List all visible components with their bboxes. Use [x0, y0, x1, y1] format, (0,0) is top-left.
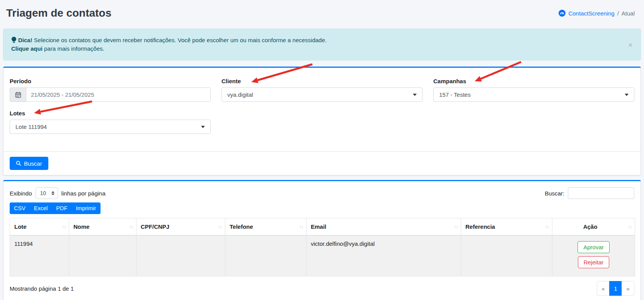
- table-card-body: Exibindo 10 linhas por página Buscar: CS…: [3, 181, 641, 300]
- breadcrumb: ContactScreening / Atual: [559, 10, 635, 17]
- sort-icon[interactable]: ↑↓: [129, 224, 133, 230]
- csv-button[interactable]: CSV: [10, 202, 30, 214]
- campanhas-field: Campanhas 157 - Testes: [433, 78, 634, 102]
- buscar-button-label: Buscar: [24, 160, 42, 167]
- table-card: Exibindo 10 linhas por página Buscar: CS…: [3, 180, 641, 300]
- breadcrumb-app-link[interactable]: ContactScreening: [568, 10, 614, 17]
- column-header-referencia[interactable]: Referencia ↑↓: [461, 218, 552, 236]
- sort-icon[interactable]: ↑↓: [454, 224, 458, 230]
- cell-lote: 111994: [10, 235, 69, 276]
- cliente-field: Cliente vya.digital: [221, 78, 423, 102]
- info-alert: Dica! Selecione os contatos que devem re…: [3, 29, 641, 60]
- column-header-acao[interactable]: Ação ↑↓: [552, 218, 635, 236]
- tachometer-icon: [559, 10, 566, 17]
- lotes-field: Lotes Lote 111994: [10, 110, 211, 134]
- pagination-next[interactable]: »: [622, 281, 634, 296]
- page-title: Triagem de contatos: [6, 6, 111, 21]
- lotes-select-value: Lote 111994: [15, 123, 47, 130]
- column-header-email[interactable]: Email ↑↓: [307, 218, 461, 236]
- table-search-input[interactable]: [568, 187, 634, 199]
- aprovar-button[interactable]: Aprovar: [578, 241, 610, 253]
- sort-icon[interactable]: ↑↓: [628, 224, 632, 230]
- column-header-telefone[interactable]: Telefone ↑↓: [225, 218, 307, 236]
- cell-email: victor.delfino@vya.digital: [307, 235, 461, 276]
- periodo-label: Período: [10, 78, 211, 84]
- pagination: « 1 »: [597, 281, 634, 296]
- rejeitar-button[interactable]: Rejeitar: [578, 256, 610, 268]
- alert-line-2: Clique aqui para mais informações.: [11, 45, 633, 53]
- alert-tip-text: Selecione os contatos que devem receber …: [34, 37, 327, 43]
- alert-line-1: Dica! Selecione os contatos que devem re…: [11, 36, 633, 45]
- cliente-select-value: vya.digital: [227, 91, 253, 98]
- filter-card-body: Período: [3, 68, 641, 134]
- calendar-icon: [10, 87, 26, 102]
- caret-down-icon: [413, 94, 417, 96]
- sort-icon[interactable]: ↑↓: [299, 224, 303, 230]
- alert-more-info-link[interactable]: Clique aqui: [11, 45, 43, 52]
- pdf-button[interactable]: PDF: [52, 202, 72, 214]
- sort-icon[interactable]: ↑↓: [62, 224, 66, 230]
- campanhas-label: Campanhas: [433, 78, 634, 84]
- pagination-info: Mostrando página 1 de 1: [10, 285, 74, 292]
- caret-down-icon: [625, 94, 629, 96]
- table-search-control: Buscar:: [545, 187, 634, 199]
- page-length-prefix: Exibindo: [10, 190, 32, 197]
- cell-telefone: [225, 235, 307, 276]
- table-footer: Mostrando página 1 de 1 « 1 »: [10, 281, 634, 296]
- breadcrumb-separator: /: [617, 10, 619, 17]
- cell-cpf-cnpj: [136, 235, 225, 276]
- lotes-select[interactable]: Lote 111994: [10, 120, 211, 134]
- cell-referencia: [461, 235, 552, 276]
- campanhas-select[interactable]: 157 - Testes: [433, 87, 634, 102]
- column-header-cpf-cnpj[interactable]: CPF/CNPJ ↑↓: [136, 218, 225, 236]
- table-row: 111994 victor.delfino@vya.digital Aprova…: [10, 235, 635, 276]
- imprimir-button[interactable]: Imprimir: [72, 202, 100, 214]
- page-length-select[interactable]: 10: [36, 187, 58, 199]
- search-icon: [16, 161, 21, 166]
- pagination-page-1[interactable]: 1: [609, 281, 622, 296]
- excel-button[interactable]: Excel: [30, 202, 52, 214]
- export-button-group: CSV Excel PDF Imprimir: [10, 202, 101, 214]
- column-header-lote[interactable]: Lote ↑↓: [10, 218, 69, 236]
- alert-tip-label: Dica!: [18, 37, 32, 43]
- column-header-nome[interactable]: Nome ↑↓: [69, 218, 136, 236]
- filter-row-2: Lotes Lote 111994: [10, 110, 634, 134]
- sort-icon[interactable]: ↑↓: [218, 224, 222, 230]
- close-icon[interactable]: ×: [628, 41, 633, 49]
- page-length-value: 10: [40, 190, 46, 196]
- breadcrumb-current: Atual: [622, 10, 635, 17]
- sort-updown-icon: [51, 191, 55, 195]
- page-length-control: Exibindo 10 linhas por página: [10, 187, 106, 199]
- periodo-field: Período: [10, 78, 211, 102]
- cliente-select[interactable]: vya.digital: [221, 87, 423, 102]
- contacts-table: Lote ↑↓ Nome ↑↓ CPF/CNPJ ↑↓ Telefone ↑↓: [10, 218, 635, 276]
- filter-card-footer: Buscar: [3, 151, 641, 175]
- table-controls: Exibindo 10 linhas por página Buscar:: [10, 187, 634, 199]
- alert-link-suffix: para mais informações.: [44, 45, 104, 52]
- buscar-button[interactable]: Buscar: [10, 157, 48, 170]
- pagination-prev[interactable]: «: [597, 281, 610, 296]
- cell-nome: [69, 235, 136, 276]
- periodo-input[interactable]: [26, 87, 211, 102]
- page-length-suffix: linhas por página: [61, 190, 106, 197]
- filter-card: Período: [3, 67, 641, 175]
- cliente-label: Cliente: [221, 78, 423, 84]
- table-header-row: Lote ↑↓ Nome ↑↓ CPF/CNPJ ↑↓ Telefone ↑↓: [10, 218, 635, 236]
- campanhas-select-value: 157 - Testes: [439, 91, 470, 98]
- content-header: Triagem de contatos ContactScreening / A…: [0, 0, 644, 21]
- lightbulb-icon: [11, 37, 17, 43]
- filter-row-1: Período: [10, 78, 634, 102]
- sort-icon[interactable]: ↑↓: [545, 224, 549, 230]
- table-search-label: Buscar:: [545, 190, 564, 197]
- lotes-label: Lotes: [10, 110, 211, 117]
- caret-down-icon: [201, 126, 205, 128]
- cell-acao: Aprovar Rejeitar: [552, 235, 635, 276]
